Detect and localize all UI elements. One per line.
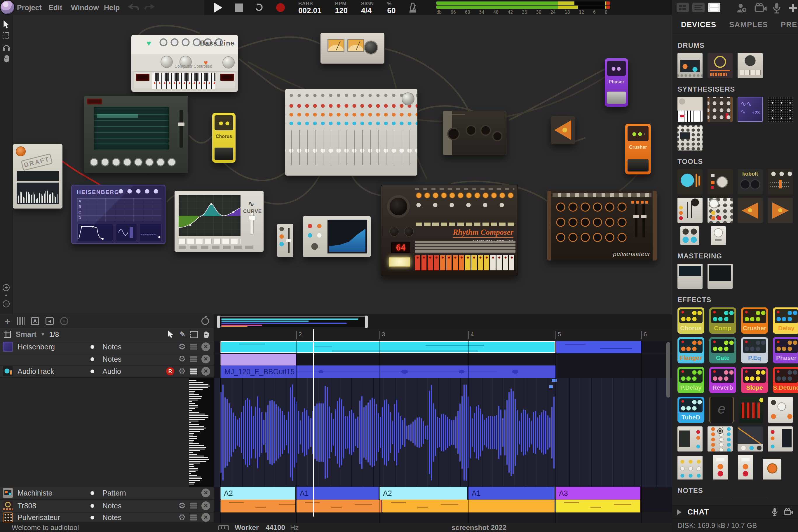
track-menu-icon[interactable]	[190, 502, 197, 509]
minimap-left-handle[interactable]	[217, 316, 220, 328]
curve-eq-graph[interactable]	[179, 195, 241, 236]
device-bassline[interactable]: Bass Line ♥ Computer Controlled ♥	[131, 35, 238, 92]
device-channel-strip[interactable]	[277, 224, 293, 257]
lane-heisenberg-notes[interactable]	[214, 341, 672, 353]
vu-gain-knob[interactable]	[364, 40, 378, 55]
track-menu-icon[interactable]	[190, 514, 197, 520]
bpm-counter[interactable]: BPM 120	[335, 1, 348, 14]
playhead[interactable]	[313, 329, 314, 516]
effect-tile-crusher[interactable]: Crusher	[741, 307, 768, 334]
pattern-clip-a3[interactable]: A3	[555, 487, 641, 500]
chat-mic-icon[interactable]	[771, 508, 778, 516]
video-call-icon[interactable]	[754, 2, 768, 14]
device-tile-kobolt[interactable]: kobolt	[738, 169, 763, 194]
view-split-icon[interactable]	[708, 3, 720, 12]
track-delete-button[interactable]: ✕	[201, 355, 210, 363]
heisenberg-filter[interactable]	[140, 224, 162, 241]
device-crusher-pedal[interactable]: Crusher	[625, 124, 651, 174]
chorus-control-panel[interactable]	[215, 115, 233, 130]
lane-pulverisateur[interactable]	[214, 512, 672, 523]
device-pulverisateur[interactable]: pulverisateur	[547, 191, 657, 261]
effect-tile-matrix[interactable]	[739, 397, 763, 423]
clip-fade-handle[interactable]	[549, 385, 553, 388]
device-quasar[interactable]	[443, 111, 506, 155]
minimap-right-handle[interactable]	[365, 316, 368, 328]
draw-mode-icon[interactable]: ✎	[179, 330, 186, 339]
device-phaser-pedal[interactable]: Phaser	[605, 58, 628, 107]
record-button[interactable]	[276, 3, 285, 12]
device-desktop-canvas[interactable]: Bass Line ♥ Computer Controlled ♥ Phaser	[13, 15, 672, 314]
track-delete-button[interactable]: ✕	[201, 501, 210, 510]
effect-tile-delay[interactable]: Delay	[773, 307, 798, 334]
device-tile-mixer-channel[interactable]	[678, 198, 703, 223]
track-delete-button[interactable]: ✕	[201, 342, 210, 351]
effect-tile-reverb[interactable]: Reverb	[709, 367, 736, 393]
phaser-control-panel[interactable]	[607, 61, 626, 76]
swing-counter[interactable]: % 60	[387, 1, 395, 14]
effect-tile-stereo-tool[interactable]	[768, 397, 793, 423]
tr808-tone-knobs[interactable]	[416, 202, 516, 208]
drum-clip[interactable]	[382, 500, 555, 512]
crusher-control-panel[interactable]	[628, 126, 649, 141]
pulverisateur-switches[interactable]	[631, 201, 650, 204]
autoscroll-icon[interactable]: »	[60, 317, 68, 325]
effect-tile-comp[interactable]: Comp	[709, 307, 736, 334]
device-tile-vectorscope[interactable]	[707, 264, 732, 289]
device-tile-merger[interactable]	[707, 198, 732, 223]
device-tile-mini-mixer[interactable]	[680, 226, 699, 245]
add-track-button[interactable]: +	[5, 315, 11, 327]
view-grid-icon[interactable]	[676, 3, 689, 12]
effect-tile-small-1[interactable]	[678, 456, 703, 479]
funnel-knob[interactable]	[562, 128, 567, 132]
track-menu-icon[interactable]	[190, 356, 197, 362]
effect-tile-pdelay[interactable]: P.Delay	[678, 367, 704, 393]
heisenberg-lfo[interactable]	[116, 224, 137, 241]
effect-tile-flanger[interactable]: Flanger	[678, 337, 704, 363]
metronome-icon[interactable]	[408, 2, 418, 13]
stopwatch-icon[interactable]	[201, 317, 209, 325]
add-device-icon[interactable]	[788, 3, 798, 13]
waveform-overview-strip[interactable]	[189, 378, 214, 487]
pattern-clip-a1[interactable]: A1	[468, 487, 555, 500]
loop-button[interactable]	[254, 2, 264, 13]
track-menu-icon[interactable]	[190, 344, 197, 350]
track-row-machiniste[interactable]: Machiniste Pattern ✕	[0, 487, 214, 500]
effect-tile-small-4[interactable]	[763, 459, 781, 479]
undo-icon[interactable]	[128, 3, 140, 12]
device-tile-heisenberg[interactable]: +23	[738, 97, 763, 122]
lane-audiotrack[interactable]: MJ_120_E_BBGuit15	[214, 365, 672, 378]
effect-tile-rotor[interactable]	[707, 426, 732, 452]
track-delete-button[interactable]: ✕	[201, 489, 210, 497]
curve-value-fields[interactable]	[179, 246, 255, 249]
split-mode-icon[interactable]	[190, 331, 198, 338]
lane-machiniste-patterns[interactable]: A2 A1 A2 A1 A3	[214, 487, 672, 500]
group-name[interactable]: Smart	[16, 330, 36, 339]
group-header-row[interactable]: Smart ▼ 1/8 ✎	[0, 328, 214, 341]
track-row-notes[interactable]: Notes ⚙✕	[0, 353, 214, 365]
tab-devices[interactable]: DEVICES	[681, 20, 716, 29]
tr808-instrument-select-knob[interactable]	[389, 197, 408, 216]
bassline-volume-knob[interactable]	[222, 56, 235, 69]
device-tile-tr909[interactable]	[738, 53, 763, 78]
effect-tile-sdetune[interactable]: S.Detune	[773, 367, 798, 393]
zoom-out-button[interactable]: −	[3, 300, 10, 307]
phaser-footswitch[interactable]	[607, 92, 626, 104]
chat-bar[interactable]: CHAT	[672, 505, 798, 518]
redo-icon[interactable]	[144, 3, 155, 12]
heisenberg-knob-row[interactable]	[117, 188, 161, 195]
effect-tile-slope[interactable]: Slope	[741, 367, 768, 393]
heisenberg-envelope[interactable]	[77, 224, 113, 241]
menu-window[interactable]: Window	[71, 0, 99, 15]
invite-user-icon[interactable]	[736, 2, 748, 14]
mixer-master-knob[interactable]	[402, 93, 414, 105]
device-tile-centroid[interactable]	[707, 169, 732, 194]
device-sequencer[interactable]	[84, 96, 188, 173]
tab-presets[interactable]: PRESETS	[781, 20, 798, 29]
play-button[interactable]	[214, 2, 222, 13]
microphone-icon[interactable]	[772, 2, 782, 14]
device-browser-list[interactable]: DRUMS SYNTHESISERS +23 TOOLS kobolt	[672, 41, 798, 499]
chorus-footswitch[interactable]	[215, 148, 233, 160]
draft-step-bars[interactable]	[17, 183, 59, 204]
device-tile-bassline[interactable]	[678, 97, 703, 122]
audio-clip[interactable]: MJ_120_E_BBGuit15	[220, 365, 555, 378]
